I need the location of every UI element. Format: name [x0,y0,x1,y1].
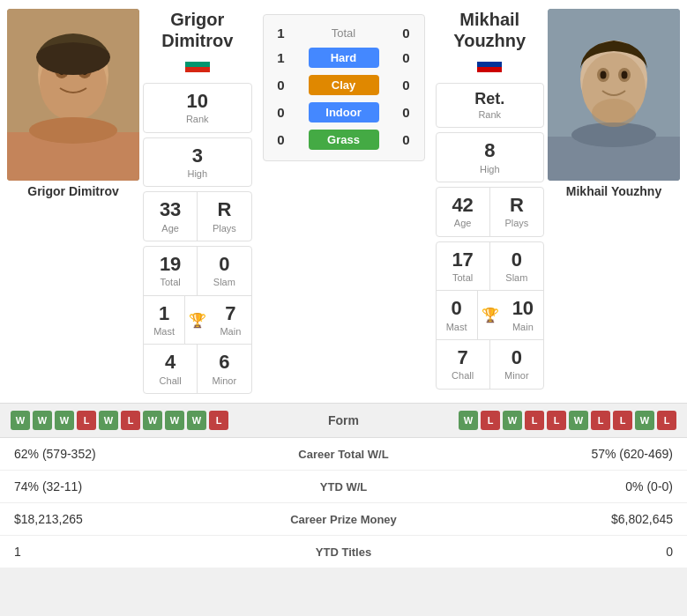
clay-row: 0 Clay 0 [264,71,424,99]
total-right-num: 0 [398,26,415,41]
comp-center-0: Career Total W/L [256,448,432,461]
left-player-photo-col: Grigor Dimitrov [7,9,139,205]
right-flag-container [436,56,545,72]
surface-stats-panel: 1 Total 0 1 Hard 0 0 Clay 0 [263,14,425,161]
right-minor-cell: 0 Minor [490,340,543,389]
left-trophy-icon: 🏆 [189,312,206,329]
right-minor-label: Minor [494,369,540,382]
left-rank-box: 10 Rank [143,83,252,133]
left-age-cell: 33 Age [144,192,198,241]
bulgaria-flag [185,56,210,72]
left-mast-value: 1 [147,302,181,325]
right-name-line1: Mikhail [436,9,545,30]
right-form-badge-l: L [525,411,544,430]
hard-badge: Hard [309,48,379,68]
left-minor-value: 6 [201,351,247,374]
right-slam-label: Slam [494,271,540,284]
form-label: Form [328,413,359,427]
right-chall-value: 7 [440,346,486,369]
indoor-right-num: 0 [398,105,415,120]
right-high-value: 8 [443,139,538,162]
clay-left-num: 0 [273,78,290,93]
left-total-slam-box: 19 Total 0 Slam 1 Mast 🏆 [143,246,252,394]
left-plays-cell: R Plays [198,192,250,241]
left-slam-cell: 0 Slam [198,247,250,295]
right-high-cell: 8 High [437,133,544,182]
comp-center-1: YTD W/L [256,480,432,494]
indoor-row: 0 Indoor 0 [264,99,424,126]
comp-right-3: 0 [432,545,674,559]
center-col: 1 Total 0 1 Hard 0 0 Clay 0 [256,9,432,167]
left-form-badge-l: L [121,411,140,430]
right-titles-box: 17 Total 0 Slam 0 Mast 🏆 [436,241,545,390]
left-form-badge-w: W [143,411,162,430]
right-high-box: 8 High [436,132,545,182]
svg-rect-10 [185,56,210,62]
left-name-line2: Dimitrov [143,30,252,51]
left-chall-value: 4 [147,351,193,374]
right-player-photo-col: Mikhail Youzhny [548,9,680,205]
left-high-box: 3 High [143,137,252,188]
left-form-badge-w: W [55,411,74,430]
total-left-num: 1 [273,26,290,41]
left-mast-main-row: 1 Mast 🏆 7 Main [144,296,251,345]
left-high-cell: 3 High [144,138,251,187]
left-main-value: 7 [213,302,247,325]
svg-rect-12 [185,67,210,72]
right-mast-label: Mast [440,321,474,333]
hard-right-num: 0 [398,50,415,65]
right-age-plays-row: 42 Age R Plays [437,188,544,236]
right-plays-cell: R Plays [490,188,543,236]
right-main-value: 10 [506,297,540,320]
form-section: WWWLWLWWWL Form WLWLLWLLWL [0,403,687,438]
comparison-row-1: 74% (32-11)YTD W/L0% (0-0) [0,471,687,503]
left-chall-minor-row: 4 Chall 6 Minor [144,345,251,393]
left-name-line1: Grigor [143,9,252,30]
right-form-badge-w: W [459,411,478,430]
left-form-badges: WWWLWLWWWL [11,411,228,430]
left-total-value: 19 [147,253,193,276]
right-age-label: Age [440,217,486,229]
right-form-badge-w: W [569,411,588,430]
right-plays-label: Plays [494,217,540,229]
right-chall-minor-row: 7 Chall 0 Minor [437,340,544,389]
right-mast-main-row: 0 Mast 🏆 10 Main [437,291,544,340]
left-form-badge-w: W [33,411,52,430]
hard-row: 1 Hard 0 [264,44,424,71]
comp-right-2: $6,802,645 [432,512,674,526]
right-chall-label: Chall [440,369,486,382]
left-player-name-under-photo: Grigor Dimitrov [7,184,139,198]
left-form-badge-w: W [99,411,118,430]
left-main-label: Main [213,325,247,338]
grass-right-num: 0 [398,132,415,147]
right-plays-value: R [494,194,540,217]
svg-point-25 [592,99,636,127]
comparison-section: 62% (579-352)Career Total W/L57% (620-46… [0,438,687,568]
left-form-badge-l: L [209,411,228,430]
left-form-badge-l: L [77,411,96,430]
right-form-badge-l: L [657,411,676,430]
left-plays-value: R [201,198,247,221]
svg-rect-14 [477,62,502,67]
left-age-plays-row: 33 Age R Plays [144,192,251,241]
grass-badge: Grass [309,130,379,150]
comp-center-2: Career Prize Money [256,513,432,526]
app-container: Grigor Dimitrov Grigor Dimitrov 10 [0,0,687,568]
right-main-label: Main [506,321,540,333]
left-total-slam-row: 19 Total 0 Slam [144,247,251,296]
indoor-badge: Indoor [309,102,379,122]
left-rank-value: 10 [150,90,245,113]
right-trophy-icon: 🏆 [482,307,499,323]
right-form-badge-l: L [613,411,632,430]
indoor-left-num: 0 [273,105,290,120]
left-total-cell: 19 Total [144,247,198,295]
right-chall-cell: 7 Chall [437,340,490,389]
right-total-label: Total [440,271,486,284]
comparison-row-0: 62% (579-352)Career Total W/L57% (620-46… [0,438,687,471]
right-player-heading: Mikhail Youzhny [436,9,545,51]
left-main-cell: 7 Main [210,296,250,345]
left-player-heading: Grigor Dimitrov [143,9,252,51]
clay-badge: Clay [309,75,379,95]
left-form-badge-w: W [165,411,184,430]
right-form-badge-l: L [591,411,610,430]
